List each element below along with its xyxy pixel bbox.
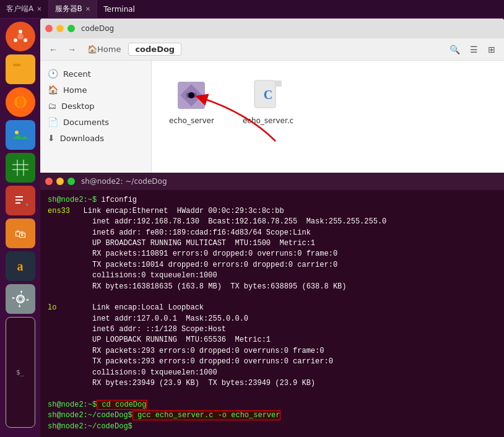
- tab-server-close[interactable]: ✕: [85, 6, 90, 12]
- term-body[interactable]: sh@node2:~$ ifconfig ens33 Link encap:Et…: [40, 190, 504, 437]
- downloads-icon: ⬇: [48, 133, 55, 143]
- terminal-icon[interactable]: $_: [6, 317, 35, 428]
- term-line: sh@node2:~$ ifconfig: [48, 195, 497, 206]
- term-close-button[interactable]: [45, 178, 53, 185]
- grid-view-button[interactable]: ⊞: [484, 43, 499, 56]
- term-line: TX packets:293 errors:0 dropped:0 overru…: [48, 357, 497, 367]
- file-manager: codeDog ← → 🏠 Home codeDog 🔍 ☰ ⊞ 🕐 Recen…: [40, 19, 504, 173]
- breadcrumb-current[interactable]: codeDog: [128, 43, 181, 56]
- svg-rect-5: [13, 65, 28, 76]
- sidebar-item-desktop-label: Desktop: [61, 102, 95, 111]
- back-button[interactable]: ←: [45, 43, 61, 56]
- svg-point-9: [15, 131, 19, 134]
- main-area: codeDog ← → 🏠 Home codeDog 🔍 ☰ ⊞ 🕐 Recen…: [40, 19, 504, 437]
- term-line: inet6 addr: fe80::189:cdad:f16:4d83/64 S…: [48, 228, 497, 238]
- spreadsheet-icon[interactable]: [6, 153, 35, 183]
- svg-rect-8: [12, 128, 28, 142]
- sidebar-item-home-label: Home: [63, 85, 87, 95]
- svg-text:🛍: 🛍: [15, 227, 26, 240]
- search-button[interactable]: 🔍: [446, 43, 464, 56]
- tab-server-label: 服务器B: [55, 4, 82, 14]
- fm-body: 🕐 Recent 🏠 Home 🗂 Desktop 📄 Documents ⬇: [40, 61, 504, 173]
- tab-client-close[interactable]: ✕: [37, 6, 41, 12]
- echo-server-bin-label: echo_server: [169, 116, 214, 125]
- svg-marker-20: [25, 203, 28, 206]
- image-viewer-icon[interactable]: [6, 120, 35, 150]
- sidebar-item-downloads[interactable]: ⬇ Downloads: [40, 130, 151, 146]
- term-line: TX packets:10014 dropped:0 errors:0 drop…: [48, 260, 497, 270]
- tab-server-b[interactable]: 服务器B ✕: [49, 0, 98, 19]
- terminal-window: sh@node2: ~/codeDog sh@node2:~$ ifconfig…: [40, 173, 504, 437]
- svg-rect-17: [15, 196, 23, 197]
- app-store-icon[interactable]: 🛍: [6, 218, 35, 248]
- desktop-icon: 🗂: [48, 101, 56, 111]
- term-line: inet6 addr: ::1/128 Scope:Host: [48, 324, 497, 335]
- file-echo-server-c[interactable]: C echo_server.c: [238, 73, 298, 130]
- settings-icon[interactable]: [6, 284, 35, 314]
- tab-client-a[interactable]: 客户端A ✕: [0, 0, 49, 19]
- list-view-button[interactable]: ☰: [466, 43, 482, 56]
- svg-text:C: C: [264, 88, 272, 102]
- sidebar-item-home[interactable]: 🏠 Home: [40, 82, 151, 98]
- amazon-icon[interactable]: a: [6, 251, 35, 281]
- term-line: UP BROADCAST RUNNING MULTICAST MTU:1500 …: [48, 238, 497, 249]
- sidebar-item-downloads-label: Downloads: [60, 134, 104, 143]
- forward-button[interactable]: →: [64, 43, 80, 56]
- term-titlebar: sh@node2: ~/codeDog: [40, 173, 504, 190]
- term-maximize-button[interactable]: [67, 178, 75, 185]
- svg-point-2: [14, 38, 17, 42]
- sidebar-item-desktop[interactable]: 🗂 Desktop: [40, 98, 151, 114]
- svg-rect-33: [276, 80, 282, 87]
- sidebar-item-recent-label: Recent: [63, 69, 91, 79]
- term-blank: [48, 292, 497, 303]
- term-line: RX packets:110891 errors:0 dropped:0 ove…: [48, 249, 497, 259]
- term-window-title: sh@node2: ~/codeDog: [81, 177, 167, 186]
- sidebar-item-documents[interactable]: 📄 Documents: [40, 114, 151, 130]
- firefox-icon[interactable]: [6, 87, 35, 117]
- fm-toolbar: ← → 🏠 Home codeDog 🔍 ☰ ⊞: [40, 38, 504, 61]
- home-icon: 🏠: [48, 85, 58, 95]
- file-echo-server-bin[interactable]: echo_server: [164, 73, 219, 130]
- term-line: inet addr:192.168.78.130 Bcast:192.168.7…: [48, 217, 497, 227]
- svg-rect-11: [12, 160, 28, 176]
- sidebar-item-documents-label: Documents: [63, 118, 109, 127]
- ubuntu-sidebar: 🛍 a $_: [0, 19, 40, 437]
- fm-titlebar: codeDog: [40, 19, 504, 38]
- fm-sidebar: 🕐 Recent 🏠 Home 🗂 Desktop 📄 Documents ⬇: [40, 61, 152, 173]
- echo-server-c-icon: C: [251, 78, 285, 113]
- term-prompt-end: sh@node2:~/codeDog$: [48, 422, 497, 432]
- wm-minimize-button[interactable]: [56, 25, 64, 32]
- svg-point-4: [17, 33, 24, 40]
- wm-close-button[interactable]: [45, 25, 53, 32]
- term-line: collisions:0 txqueuelen:1000: [48, 270, 497, 281]
- svg-point-29: [188, 92, 194, 98]
- files-manager-icon[interactable]: [6, 54, 35, 84]
- term-minimize-button[interactable]: [56, 178, 64, 185]
- recent-icon: 🕐: [48, 69, 58, 79]
- term-line: UP LOOPBACK RUNNING MTU:65536 Metric:1: [48, 335, 497, 345]
- fm-toolbar-right: 🔍 ☰ ⊞: [446, 43, 499, 56]
- svg-rect-6: [13, 64, 20, 66]
- term-line: inet addr:127.0.0.1 Mask:255.0.0.0: [48, 314, 497, 324]
- echo-server-binary-icon: [174, 78, 209, 113]
- svg-rect-18: [15, 199, 23, 201]
- text-editor-icon[interactable]: [6, 186, 35, 215]
- svg-point-3: [24, 38, 27, 42]
- term-cmd-cd: sh@node2:~$ cd codeDog: [48, 400, 497, 410]
- term-line: RX bytes:163818635 (163.8 MB) TX bytes:6…: [48, 282, 497, 292]
- ubuntu-icon[interactable]: [6, 22, 35, 51]
- fm-content: echo_server C echo_server.c: [152, 61, 504, 173]
- breadcrumb-home[interactable]: 🏠 Home: [82, 43, 126, 55]
- term-line: RX bytes:23949 (23.9 KB) TX bytes:23949 …: [48, 378, 497, 389]
- svg-rect-19: [15, 202, 20, 204]
- echo-server-c-label: echo_server.c: [243, 116, 293, 125]
- fm-window-title: codeDog: [81, 24, 114, 33]
- svg-point-25: [19, 297, 22, 301]
- sidebar-item-recent[interactable]: 🕐 Recent: [40, 66, 151, 82]
- taskbar: 客户端A ✕ 服务器B ✕ Terminal: [0, 0, 504, 19]
- term-line: collisions:0 txqueuelen:1000: [48, 368, 497, 378]
- term-line: ens33 Link encap:Ethernet HWaddr 00:0c:2…: [48, 206, 497, 217]
- term-line: lo Link encap:Local Loopback: [48, 303, 497, 313]
- svg-point-1: [19, 30, 22, 33]
- wm-maximize-button[interactable]: [67, 25, 75, 32]
